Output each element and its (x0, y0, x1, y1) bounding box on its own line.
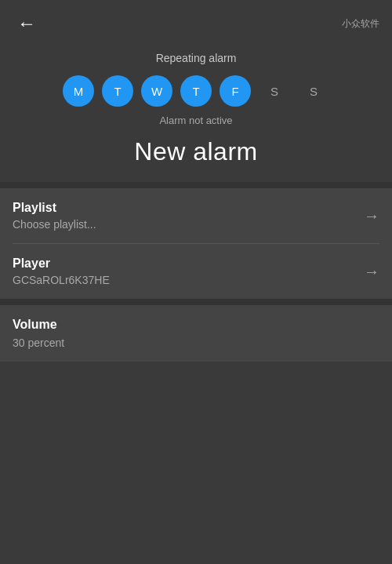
volume-value: 30 percent (13, 337, 379, 349)
day-monday[interactable]: M (63, 75, 94, 107)
volume-section: Volume 30 percent (0, 305, 392, 362)
volume-label: Volume (13, 318, 379, 332)
day-wednesday[interactable]: W (141, 75, 172, 107)
alarm-title[interactable]: New alarm (134, 137, 257, 166)
day-tuesday[interactable]: T (102, 75, 133, 107)
watermark-text: 小众软件 (342, 17, 379, 31)
back-button[interactable]: ← (13, 9, 41, 38)
player-content: Player GCSaROLr6K37HE (13, 257, 110, 286)
day-friday[interactable]: F (220, 75, 251, 107)
repeating-label: Repeating alarm (156, 52, 237, 64)
days-row: M T W T F S S (63, 75, 329, 107)
day-saturday[interactable]: S (259, 75, 290, 107)
mid-divider (0, 299, 392, 305)
header: ← 小众软件 (0, 0, 392, 44)
playlist-content: Playlist Choose playlist... (13, 201, 96, 231)
player-arrow-icon: → (364, 263, 379, 281)
playlist-row[interactable]: Playlist Choose playlist... → (13, 188, 379, 244)
playlist-label: Playlist (13, 201, 96, 215)
playlist-arrow-icon: → (364, 207, 379, 225)
alarm-status: Alarm not active (159, 115, 232, 126)
playlist-player-card: Playlist Choose playlist... → Player GCS… (0, 188, 392, 299)
day-sunday[interactable]: S (298, 75, 329, 107)
back-arrow-icon: ← (17, 14, 36, 33)
day-thursday[interactable]: T (180, 75, 212, 107)
player-value: GCSaROLr6K37HE (13, 274, 110, 286)
playlist-value: Choose playlist... (13, 218, 96, 231)
player-label: Player (13, 257, 110, 271)
alarm-section: Repeating alarm M T W T F S S Alarm not … (0, 44, 392, 182)
top-divider (0, 182, 392, 188)
player-row[interactable]: Player GCSaROLr6K37HE → (13, 244, 379, 299)
